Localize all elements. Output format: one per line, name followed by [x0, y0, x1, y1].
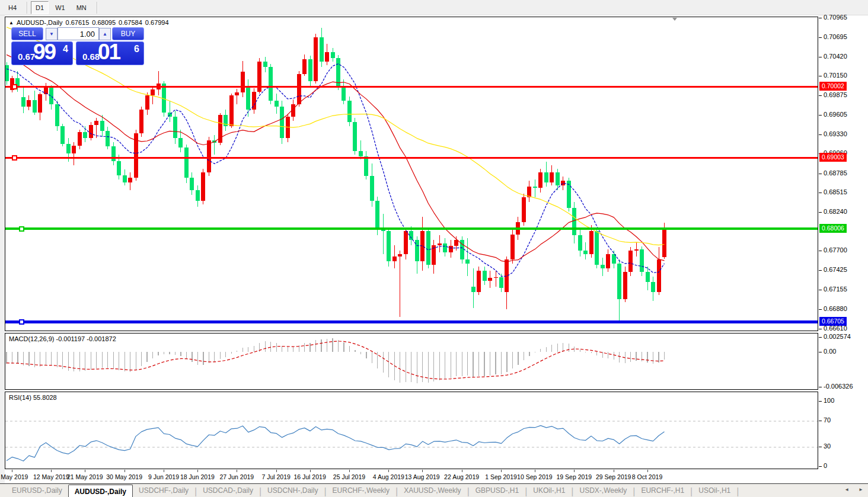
macd-axis-label: 0.002574: [824, 333, 851, 340]
ohlc-low: 0.67584: [119, 19, 142, 26]
price-axis-tick: [819, 134, 822, 135]
sell-price-big: 99: [33, 40, 55, 65]
chart-tab-gbpusdh1[interactable]: GBPUSD-,H1: [470, 484, 525, 497]
date-axis-tick: [462, 470, 462, 472]
macd-indicator-pane[interactable]: MACD(12,26,9) -0.001197 -0.001872: [5, 333, 818, 390]
chart-tab-usdcaddaily[interactable]: USDCAD-,Daily: [197, 484, 259, 497]
price-axis-tick: [819, 18, 822, 18]
tab-separator: |: [736, 484, 739, 497]
price-axis-tick: [819, 115, 822, 116]
macd-axis-tick: [819, 387, 822, 387]
rsi-canvas[interactable]: [5, 392, 818, 469]
volume-increase-button[interactable]: ▲: [99, 28, 111, 40]
date-axis-label: 13 Aug 2019: [400, 473, 445, 480]
hline-handle-0.70002[interactable]: [12, 85, 17, 89]
date-axis-label: 8 Oct 2019: [625, 473, 670, 480]
date-axis-tick: [197, 470, 198, 472]
date-axis-tick: [501, 470, 502, 472]
price-axis-tick: [819, 329, 822, 329]
date-axis-tick: [237, 470, 237, 472]
price-axis-label: 0.69330: [824, 130, 847, 137]
toolbar-separator: [97, 2, 97, 14]
line-price-tag-0.69003: 0.69003: [819, 153, 847, 162]
left-margin-strip: [0, 15, 5, 483]
date-axis-tick: [276, 470, 277, 472]
chart-tab-usdxweekly[interactable]: USDX-,Weekly: [573, 484, 633, 497]
buy-price-box[interactable]: 0.68 01 6: [76, 41, 144, 65]
chart-tab-eurchfweekly[interactable]: EURCHF-,Weekly: [327, 484, 395, 497]
rsi-axis-tick: [819, 421, 822, 421]
timeframe-button-w1[interactable]: W1: [50, 1, 70, 14]
date-axis-tick: [647, 470, 648, 472]
volume-decrease-button[interactable]: ▼: [46, 28, 58, 40]
timeframe-button-d1[interactable]: D1: [31, 1, 49, 14]
rsi-value: 55.8028: [33, 394, 57, 401]
chart-tab-audusddaily[interactable]: AUDUSD-,Daily: [68, 485, 133, 497]
chart-tab-usoilh1[interactable]: USOil-,H1: [693, 484, 736, 497]
date-axis-tick: [614, 470, 614, 472]
buy-button[interactable]: BUY: [112, 27, 144, 40]
date-axis-tick: [574, 470, 575, 472]
sell-button[interactable]: SELL: [11, 27, 43, 40]
date-axis-label: 18 Jun 2019: [175, 473, 220, 480]
date-axis-tick: [388, 470, 389, 472]
tab-nav-right-icon[interactable]: ►: [859, 487, 863, 492]
price-axis-label: 0.67155: [824, 286, 847, 293]
price-axis-label: 0.67425: [824, 266, 847, 273]
volume-input[interactable]: [58, 27, 99, 40]
trading-terminal-window: H4D1W1MN ▲ AUDUSD-,Daily 0.67615 0.68095…: [0, 0, 868, 497]
line-price-tag-0.68006: 0.68006: [819, 224, 847, 233]
price-axis-label: 0.68240: [824, 208, 847, 215]
timeframe-button-h4[interactable]: H4: [4, 1, 21, 14]
price-axis-label: 0.69875: [824, 91, 847, 98]
timeframe-toolbar: H4D1W1MN: [0, 0, 868, 15]
date-axis-tick: [85, 470, 85, 472]
macd-name: MACD(12,26,9): [9, 335, 54, 342]
chart-tab-bar: EURUSD-,DailyAUDUSD-,DailyUSDCHF-,Daily|…: [0, 483, 868, 497]
chart-tab-ukoilh1[interactable]: UKOil-,H1: [527, 484, 571, 497]
price-chart-pane[interactable]: ▲ AUDUSD-,Daily 0.67615 0.68095 0.67584 …: [5, 17, 818, 331]
collapse-panel-icon[interactable]: ▲: [9, 20, 14, 25]
rsi-axis-label: 30: [824, 443, 831, 450]
date-axis-tick: [310, 470, 311, 472]
hline-handle-0.66705[interactable]: [20, 320, 24, 324]
macd-axis-label: 0.00: [824, 348, 836, 355]
price-axis-tick: [819, 37, 822, 38]
macd-value: -0.001197: [56, 335, 85, 342]
chart-tab-usdchfdaily[interactable]: USDCHF-,Daily: [133, 484, 194, 497]
price-axis-label: 0.69605: [824, 111, 847, 118]
ohlc-close: 0.67994: [145, 19, 169, 26]
hline-handle-0.68006[interactable]: [20, 227, 24, 231]
date-axis-label: 19 Sep 2019: [551, 473, 596, 480]
price-axis-label: 0.70965: [824, 14, 847, 21]
macd-axis-tick: [819, 337, 822, 338]
chart-tab-usdcnhdaily[interactable]: USDCNH-,Daily: [261, 484, 324, 497]
hline-handle-0.69003[interactable]: [12, 156, 17, 160]
rsi-axis-label: 70: [824, 416, 831, 424]
rsi-axis-tick: [819, 401, 822, 402]
date-axis-label: 25 Jul 2019: [327, 473, 372, 480]
date-axis-label: 27 Jun 2019: [214, 473, 259, 480]
rsi-axis-label: 100: [824, 397, 834, 404]
chart-title: ▲ AUDUSD-,Daily 0.67615 0.68095 0.67584 …: [9, 19, 169, 26]
rsi-label: RSI(14) 55.8028: [9, 394, 57, 401]
date-axis-tick: [422, 470, 423, 472]
rsi-axis-label: 0: [824, 462, 827, 469]
date-axis-label: 30 May 2019: [102, 473, 147, 480]
macd-canvas[interactable]: [5, 334, 818, 389]
sell-price-box[interactable]: 0.67 99 4: [11, 41, 73, 65]
sell-price-prefix: 0.67: [18, 52, 35, 62]
date-axis-tick: [535, 470, 535, 472]
timeframe-button-mn[interactable]: MN: [72, 1, 91, 14]
buy-price-pip: 6: [134, 44, 139, 54]
price-axis-tick: [819, 270, 822, 271]
tab-nav-left-icon[interactable]: ◄: [844, 487, 849, 492]
chart-tab-xauusdweekly[interactable]: XAUUSD-,Weekly: [398, 484, 467, 497]
date-axis-label: 21 May 2019: [62, 473, 107, 480]
chart-tab-eurchfh1[interactable]: EURCHF-,H1: [635, 484, 690, 497]
chart-tab-eurusddaily[interactable]: EURUSD-,Daily: [6, 484, 68, 497]
price-axis-tick: [819, 290, 822, 290]
macd-signal-value: -0.001872: [87, 335, 116, 342]
rsi-indicator-pane[interactable]: RSI(14) 55.8028: [5, 392, 818, 469]
price-axis-label: 0.67700: [824, 246, 847, 254]
